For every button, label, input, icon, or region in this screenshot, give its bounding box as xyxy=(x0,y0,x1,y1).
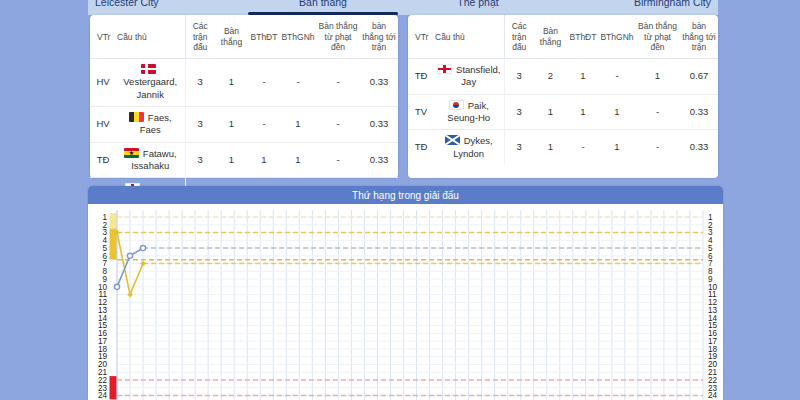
home-team-goals-table: VTrCầu thủCác trận đấuBàn thắngBThĐTBThG… xyxy=(90,15,398,213)
gh-flag-icon xyxy=(124,148,139,158)
player-row[interactable]: TVPaik, Seung-Ho3111-0.33 xyxy=(408,94,718,130)
be-flag-icon xyxy=(129,112,144,122)
tab-cards[interactable]: Thẻ phạt xyxy=(403,0,553,8)
stat-value: 0.33 xyxy=(680,130,718,165)
stat-value: 3 xyxy=(504,58,534,94)
stat-value: 1 xyxy=(599,130,635,165)
stat-value: 3 xyxy=(504,94,534,130)
stat-value: 3 xyxy=(185,58,215,106)
player-position: HV xyxy=(90,58,116,106)
sc-flag-icon xyxy=(445,135,460,145)
svg-text:24: 24 xyxy=(98,391,108,400)
en-flag-icon xyxy=(437,64,452,74)
column-header: BThGNh xyxy=(599,15,635,58)
player-position: TĐ xyxy=(408,130,434,165)
player-position: TV xyxy=(408,94,434,130)
player-row[interactable]: TĐStansfield, Jay321-10.67 xyxy=(408,58,718,94)
stat-value: - xyxy=(248,106,280,142)
stat-value: - xyxy=(248,58,280,106)
kr-flag-icon xyxy=(449,100,464,110)
player-name-cell[interactable]: Fatawu, Issahaku xyxy=(116,142,185,178)
column-header: Cầu thủ xyxy=(116,15,185,58)
home-team-link[interactable]: Leicester City xyxy=(95,0,159,8)
stat-value: 1 xyxy=(215,106,248,142)
stat-value: 1 xyxy=(534,130,567,165)
column-header: Các trận đấu xyxy=(185,15,215,58)
player-position: HV xyxy=(90,106,116,142)
stat-value: 1 xyxy=(567,94,599,130)
away-team-goals-card: VTrCầu thủCác trận đấuBàn thắngBThĐTBThG… xyxy=(408,15,718,178)
stat-value: 1 xyxy=(534,94,567,130)
player-name-cell[interactable]: Vestergaard, Jannik xyxy=(116,58,185,106)
column-header: VTr xyxy=(408,15,434,58)
tab-goals[interactable]: Bàn thắng xyxy=(248,0,398,8)
dk-flag-icon xyxy=(141,64,156,74)
column-header: Cầu thủ xyxy=(434,15,504,58)
stat-value: 1 xyxy=(567,58,599,94)
stat-value: 2 xyxy=(534,58,567,94)
stat-value: 1 xyxy=(280,142,316,178)
player-row[interactable]: TĐFatawu, Issahaku3111-0.33 xyxy=(90,142,398,178)
stat-value: - xyxy=(316,142,360,178)
player-position: TĐ xyxy=(90,142,116,178)
column-header: Bàn thắng từ phạt đền xyxy=(635,15,680,58)
column-header: bàn thắng tới trận xyxy=(680,15,718,58)
stat-value: - xyxy=(280,58,316,106)
stat-value: 3 xyxy=(185,106,215,142)
away-team-link[interactable]: Birmingham City xyxy=(634,0,711,8)
column-header: Bàn thắng xyxy=(534,15,567,58)
player-name-cell[interactable]: Dykes, Lyndon xyxy=(434,130,504,165)
stat-value: 3 xyxy=(185,142,215,178)
player-name-cell[interactable]: Faes, Faes xyxy=(116,106,185,142)
league-ranking-card: Thứ hạng trong giải đấu 1122334455667788… xyxy=(88,186,723,400)
column-header: bàn thắng tới trận xyxy=(360,15,398,58)
stat-value: - xyxy=(599,58,635,94)
stat-value: - xyxy=(567,130,599,165)
stat-value: - xyxy=(635,94,680,130)
column-header: BThGNh xyxy=(280,15,316,58)
player-row[interactable]: HVFaes, Faes31-1-0.33 xyxy=(90,106,398,142)
player-name-cell[interactable]: Paik, Seung-Ho xyxy=(434,94,504,130)
stat-value: 0.33 xyxy=(360,58,398,106)
column-header: Bàn thắng từ phạt đền xyxy=(316,15,360,58)
column-header: BThĐT xyxy=(248,15,280,58)
stat-value: 1 xyxy=(215,58,248,106)
player-row[interactable]: HVVestergaard, Jannik31---0.33 xyxy=(90,58,398,106)
stat-value: 0.33 xyxy=(680,94,718,130)
ranking-chart-svg: 1122334455667788991010111112121313141415… xyxy=(88,204,723,400)
column-header: BThĐT xyxy=(567,15,599,58)
player-name-cell[interactable]: Stansfield, Jay xyxy=(434,58,504,94)
stat-value: - xyxy=(635,130,680,165)
stat-value: 0.67 xyxy=(680,58,718,94)
stat-value: 0.33 xyxy=(360,142,398,178)
home-team-goals-card: VTrCầu thủCác trận đấuBàn thắngBThĐTBThG… xyxy=(90,15,398,178)
stat-value: 3 xyxy=(504,130,534,165)
stat-value: 1 xyxy=(635,58,680,94)
ranking-chart: 1122334455667788991010111112121313141415… xyxy=(88,204,723,400)
match-header-nav: Leicester City Bàn thắng Thẻ phạt Birmin… xyxy=(88,0,718,15)
away-team-goals-table: VTrCầu thủCác trận đấuBàn thắngBThĐTBThG… xyxy=(408,15,718,165)
chart-title: Thứ hạng trong giải đấu xyxy=(88,186,723,204)
column-header: Các trận đấu xyxy=(504,15,534,58)
column-header: VTr xyxy=(90,15,116,58)
stat-value: 1 xyxy=(280,106,316,142)
svg-text:24: 24 xyxy=(708,391,718,400)
stat-value: 1 xyxy=(215,142,248,178)
stat-value: - xyxy=(316,58,360,106)
stat-value: - xyxy=(316,106,360,142)
stat-value: 1 xyxy=(248,142,280,178)
player-position: TĐ xyxy=(408,58,434,94)
stat-value: 1 xyxy=(599,94,635,130)
column-header: Bàn thắng xyxy=(215,15,248,58)
stat-value: 0.33 xyxy=(360,106,398,142)
player-row[interactable]: TĐDykes, Lyndon31-1-0.33 xyxy=(408,130,718,165)
